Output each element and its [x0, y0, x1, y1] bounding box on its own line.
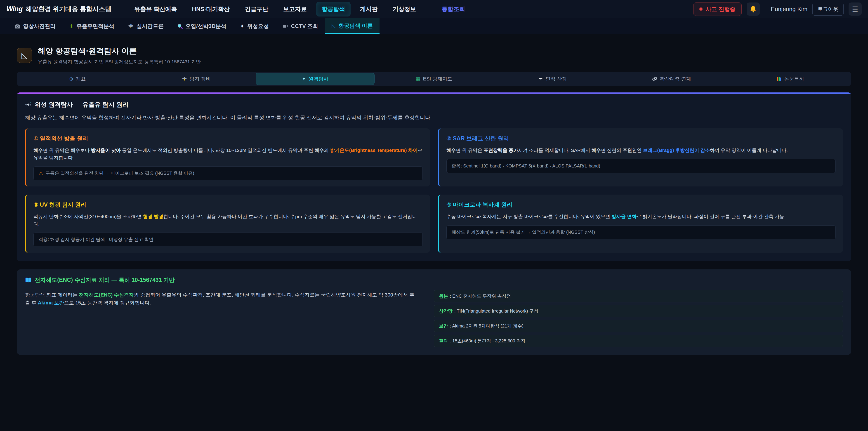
nav-item-board[interactable]: 게시판: [355, 2, 383, 17]
section-title-row: 위성 원격탐사 — 유출유 탐지 원리: [25, 100, 843, 109]
list-item-source: 원본 : ENC 전자해도 무작위 측심점: [434, 290, 843, 302]
card-note: 적용: 해경 감시 항공기 야간 탐색 · 비정상 유출 신고 확인: [33, 233, 423, 246]
subtab-label: 위성요청: [247, 23, 269, 30]
card-note-text: 해상도 한계(50km)로 단독 사용 불가 → 열적외선과 융합 (NGSST…: [452, 229, 595, 235]
principle-cards: ① 열적외선 방출 원리 해수면 위 유막은 해수보다 방사율이 낮아 동일 온…: [25, 128, 843, 253]
card-uv-fluorescence: ③ UV 형광 탐지 원리 석유계 탄화수소에 자외선(310~400nm)을 …: [25, 194, 430, 253]
subtab-aerial-search-theory[interactable]: ◺ 항공탐색 이론: [325, 18, 379, 34]
main-menu: 유출유 확산예측 HNS·대기확산 긴급구난 보고자료 항공탐색 게시판 기상정…: [129, 2, 471, 17]
enc-process-list: 원본 : ENC 전자해도 무작위 측심점 삼각망 : TIN(Triangul…: [434, 290, 843, 347]
enc-item-label: 삼각망: [439, 308, 453, 314]
divider: [120, 4, 120, 14]
satellite-icon: [25, 101, 31, 108]
books-icon: [777, 76, 781, 81]
tab-diffusion-link[interactable]: 확산예측 연계: [612, 73, 731, 85]
camera-icon: [14, 24, 20, 29]
card-note: 활용: Sentinel-1(C-band) · KOMPSAT-5(X-ban…: [446, 159, 836, 173]
subtab-oil-area-analysis[interactable]: ✳ 유출유면적분석: [62, 18, 121, 34]
notification-button[interactable]: [747, 2, 760, 16]
section-description: 해양 유출유는 해수면에 유막을 형성하여 전자기파 반사·방출·산란 특성을 …: [25, 114, 843, 121]
brand: Wing 해양환경 위기대응 통합시스템: [6, 5, 112, 13]
card-title: ② SAR 브래그 산란 원리: [446, 135, 836, 142]
triangle-ruler-icon: ◺: [17, 48, 32, 63]
nav-item-hns[interactable]: HNS·대기확산: [186, 2, 235, 17]
card-thermal-infrared: ① 열적외선 방출 원리 해수면 위 유막은 해수보다 방사율이 낮아 동일 온…: [25, 128, 430, 186]
subtab-label: 유출유면적분석: [76, 23, 114, 30]
tab-detection-equipment[interactable]: 탐지 장비: [137, 73, 256, 85]
logout-button[interactable]: 로그아웃: [812, 3, 844, 16]
pen-nib-icon: ✒: [539, 76, 543, 82]
hamburger-icon: ☰: [852, 5, 858, 13]
enc-title: 전자해도(ENC) 수심자료 처리 — 특허 10-1567431 기반: [35, 276, 175, 284]
card-note: ⚠ 구름은 열적외선을 완전 차단 → 마이크로파 보조 필요 (NGSST 융…: [33, 166, 423, 180]
link-icon: [652, 76, 657, 81]
magnifier-icon: [177, 24, 183, 29]
satellite-star-icon: ✦: [240, 23, 244, 29]
page-subtitle: 유출유 원격탐지·항공감시 기법·ESI 방제정보지도·등록특허 10-1567…: [38, 59, 201, 65]
card-note-text: 적용: 해경 감시 항공기 야간 탐색 · 비정상 유출 신고 확인: [39, 237, 153, 243]
enc-paragraph: 항공탐색 좌표 데이터는 전자해도(ENC) 수심격자와 중첩되어 유출유의 수…: [25, 290, 418, 307]
brand-logo: Wing: [6, 5, 22, 13]
sub-navbar: 영상사진관리 ✳ 유출유면적분석 실시간드론 오염/선박3D분석 ✦ 위성요청 …: [0, 18, 868, 34]
top-navbar: Wing 해양환경 위기대응 통합시스템 유출유 확산예측 HNS·대기확산 긴…: [0, 0, 868, 18]
enc-title-row: 전자해도(ENC) 수심자료 처리 — 특허 10-1567431 기반: [25, 276, 843, 284]
card-title: ③ UV 형광 탐지 원리: [33, 201, 423, 208]
subtab-label: CCTV 조회: [291, 23, 318, 30]
subtab-pollution-ship-3d[interactable]: 오염/선박3D분석: [170, 18, 233, 34]
tab-label: 탐지 장비: [190, 75, 211, 82]
section-title: 위성 원격탐사 — 유출유 탐지 원리: [35, 100, 129, 109]
list-item-interpolation: 보간 : Akima 2차원 5차다항식 (21개 계수): [434, 320, 843, 332]
enc-item-label: 보간: [439, 323, 448, 329]
enc-item-value: : Akima 2차원 5차다항식 (21개 계수): [450, 323, 524, 329]
remote-sensing-panel: 위성 원격탐사 — 유출유 탐지 원리 해양 유출유는 해수면에 유막을 형성하…: [17, 92, 851, 261]
card-title: ① 열적외선 방출 원리: [33, 135, 423, 142]
nav-item-reports[interactable]: 보고자료: [278, 2, 312, 17]
incident-status-badge[interactable]: 사고 진행중: [693, 2, 742, 16]
drone-icon: [128, 24, 134, 29]
tab-label: 확산예측 연계: [660, 75, 691, 82]
page-header-text: 해양 항공탐색·원격탐사 이론 유출유 원격탐지·항공감시 기법·ESI 방제정…: [38, 46, 201, 65]
tab-papers-patents[interactable]: 논문특허: [731, 73, 850, 85]
card-title: ④ 마이크로파 복사계 원리: [446, 201, 836, 208]
theory-tabbar: ⊕ 개요 탐지 장비 ✦ 원격탐사 ▦ ESI 방제지도 ✒ 면적 산정 확산예…: [17, 72, 851, 86]
drone-icon: [182, 76, 187, 81]
subtab-realtime-drone[interactable]: 실시간드론: [121, 18, 170, 34]
nav-item-oil-spread[interactable]: 유출유 확산예측: [129, 2, 182, 17]
tab-remote-sensing[interactable]: ✦ 원격탐사: [256, 73, 375, 85]
subtab-label: 항공탐색 이론: [339, 22, 373, 29]
card-body: 수동 마이크로파 복사계는 지구 방출 마이크로파를 수신합니다. 유막이 있으…: [446, 213, 836, 220]
user-name: Eunjeong Kim: [771, 6, 807, 13]
status-badge-label: 사고 진행중: [706, 5, 736, 13]
map-icon: ▦: [416, 76, 420, 82]
card-body: 해수면 위 유막은 표면장력을 증가시켜 소파를 억제합니다. SAR에서 해수…: [446, 147, 836, 154]
tab-label: 원격탐사: [309, 75, 329, 82]
subtab-label: 실시간드론: [136, 23, 164, 30]
tab-area-calculation[interactable]: ✒ 면적 산정: [493, 73, 612, 85]
navbar-right: 사고 진행중 Eunjeong Kim 로그아웃 ☰: [693, 2, 862, 16]
nav-item-weather[interactable]: 기상정보: [387, 2, 422, 17]
list-item-result: 결과 : 15초(463m) 등간격 · 3,225,600 격자: [434, 335, 843, 347]
enc-content: 항공탐색 좌표 데이터는 전자해도(ENC) 수심격자와 중첩되어 유출유의 수…: [25, 290, 843, 347]
menu-button[interactable]: ☰: [848, 2, 862, 16]
subtab-photo-management[interactable]: 영상사진관리: [8, 18, 62, 34]
tab-overview[interactable]: ⊕ 개요: [18, 73, 137, 85]
enc-item-value: : 15초(463m) 등간격 · 3,225,600 격자: [450, 338, 526, 344]
subtab-cctv[interactable]: CCTV 조회: [276, 18, 325, 34]
subtab-satellite-request[interactable]: ✦ 위성요청: [233, 18, 276, 34]
enc-item-label: 원본: [439, 293, 448, 299]
status-dot-icon: [700, 7, 703, 11]
tab-label: 개요: [76, 75, 86, 82]
list-item-tin: 삼각망 : TIN(Triangulated Irregular Network…: [434, 305, 843, 317]
open-book-icon: [25, 277, 31, 283]
nav-item-integrated-search[interactable]: 통합조회: [436, 2, 471, 17]
nav-item-aerial-search[interactable]: 항공탐색: [316, 2, 350, 17]
tab-label: 논문특허: [784, 75, 804, 82]
tab-label: 면적 산정: [546, 75, 567, 82]
card-microwave-radiometer: ④ 마이크로파 복사계 원리 수동 마이크로파 복사계는 지구 방출 마이크로파…: [438, 194, 843, 253]
card-note-text: 활용: Sentinel-1(C-band) · KOMPSAT-5(X-ban…: [452, 163, 600, 169]
tab-esi-map[interactable]: ▦ ESI 방제지도: [375, 73, 493, 85]
subtab-label: 오염/선박3D분석: [185, 23, 226, 30]
nav-item-rescue[interactable]: 긴급구난: [239, 2, 274, 17]
brand-title: 해양환경 위기대응 통합시스템: [26, 5, 112, 13]
page-title: 해양 항공탐색·원격탐사 이론: [38, 46, 201, 56]
